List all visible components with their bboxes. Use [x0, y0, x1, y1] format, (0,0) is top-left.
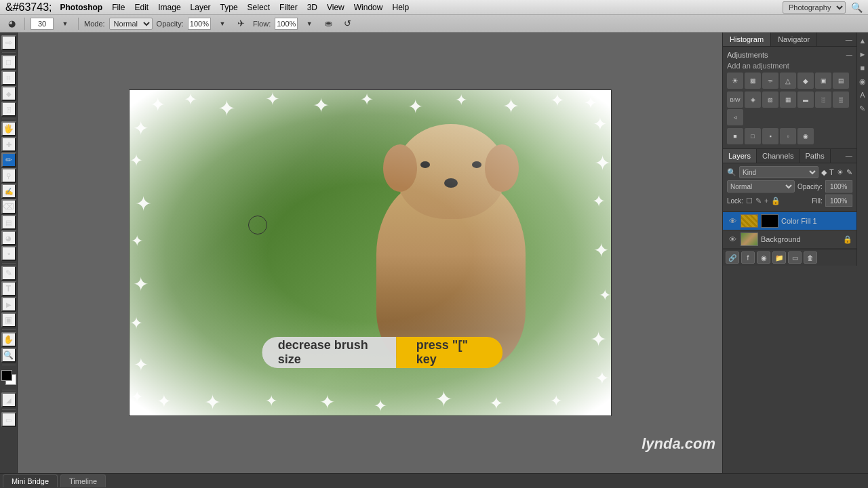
history-brush[interactable]: ✍: [1, 184, 16, 199]
photofilter-adj-icon[interactable]: ◈: [745, 92, 761, 108]
eraser-tool[interactable]: ⌫: [1, 199, 16, 214]
quick-mask-btn[interactable]: ◢: [1, 392, 16, 407]
channelmix-adj-icon[interactable]: ▧: [762, 92, 778, 108]
panel-close-btn[interactable]: —: [842, 33, 856, 46]
menu-3d[interactable]: 3D: [307, 3, 317, 12]
brightness-adj-icon[interactable]: ☀: [727, 73, 743, 89]
panel-side-icon-6[interactable]: ✎: [857, 103, 868, 114]
tab-paths[interactable]: Paths: [800, 149, 831, 163]
dodge-tool[interactable]: ⚬: [1, 246, 16, 261]
search-icon[interactable]: 🔍: [851, 2, 863, 13]
menu-select[interactable]: Select: [248, 3, 270, 12]
lock-all-icon[interactable]: 🔒: [771, 197, 781, 205]
threshold-adj-icon[interactable]: ▒: [833, 92, 849, 108]
opacity-input[interactable]: [188, 18, 211, 30]
opacity-input[interactable]: [825, 180, 852, 192]
menu-photoshop[interactable]: Photoshop: [60, 3, 103, 12]
link-layers-btn[interactable]: 🔗: [726, 251, 739, 264]
marquee-tool[interactable]: □: [1, 55, 16, 70]
kind-select[interactable]: Kind: [739, 166, 818, 178]
canvas-area[interactable]: ✦ ✦ ✦ ✦ ✦ ✦ ✦ ✦ ✦ ✦ ✦ ✦ ✦ ✦ ✦ ✦: [18, 33, 722, 473]
layer-color-fill[interactable]: 👁 Color Fill 1: [723, 212, 856, 230]
brush-tool[interactable]: ✏: [1, 152, 16, 167]
panel-side-icon-2[interactable]: ►: [857, 49, 868, 60]
shape-tool[interactable]: ▣: [1, 312, 16, 327]
gradient-map-adj-icon[interactable]: ◃: [727, 109, 743, 125]
invert-adj-icon[interactable]: ▬: [797, 92, 814, 108]
gradient-tool[interactable]: ▤: [1, 215, 16, 230]
lock-move-icon[interactable]: +: [764, 197, 768, 205]
crop-tool[interactable]: ⍐: [1, 102, 16, 117]
canvas-image[interactable]: ✦ ✦ ✦ ✦ ✦ ✦ ✦ ✦ ✦ ✦ ✦ ✦ ✦ ✦ ✦ ✦: [130, 90, 611, 415]
adj-icon-extra1[interactable]: □: [745, 128, 761, 144]
menu-filter[interactable]: Filter: [279, 3, 298, 12]
tab-mini-bridge[interactable]: Mini Bridge: [3, 474, 58, 487]
screen-mode-btn[interactable]: ▭: [1, 412, 16, 427]
delete-layer-btn[interactable]: 🗑: [804, 251, 817, 264]
vibrance-adj-icon[interactable]: ◆: [797, 73, 814, 89]
layer-bg-eye-icon[interactable]: 👁: [727, 234, 738, 245]
path-tool[interactable]: ▶: [1, 297, 16, 312]
smoothing-btn[interactable]: ⛂: [321, 17, 336, 30]
quick-select-tool[interactable]: ◆: [1, 86, 16, 101]
menu-edit[interactable]: Edit: [135, 3, 149, 12]
flow-arrow[interactable]: ▼: [302, 17, 317, 30]
lock-pixel-icon[interactable]: ✎: [755, 197, 762, 205]
type-tool[interactable]: T: [1, 281, 16, 296]
eyedropper-tool[interactable]: 🖐: [1, 121, 16, 136]
tab-histogram[interactable]: Histogram: [723, 33, 771, 46]
zoom-tool[interactable]: 🔍: [1, 348, 16, 363]
menu-help[interactable]: Help: [392, 3, 409, 12]
clone-tool[interactable]: ⚲: [1, 168, 16, 183]
blur-tool[interactable]: ◕: [1, 230, 16, 245]
adj-icon-extra3[interactable]: ▫: [780, 128, 796, 144]
menu-type[interactable]: Type: [220, 3, 238, 12]
layer-background[interactable]: 👁 Background 🔒: [723, 230, 856, 249]
pen-tool[interactable]: ✎: [1, 266, 16, 281]
panel-side-icon-1[interactable]: ▲: [857, 35, 868, 46]
move-tool[interactable]: ⇨: [1, 35, 16, 50]
menu-image[interactable]: Image: [158, 3, 180, 12]
apple-logo[interactable]: &#63743;: [5, 1, 52, 14]
colorlookup-adj-icon[interactable]: ▦: [780, 92, 796, 108]
new-layer-btn[interactable]: ▭: [788, 251, 802, 264]
tab-timeline[interactable]: Timeline: [60, 474, 106, 487]
lasso-tool[interactable]: ⌗: [1, 70, 16, 85]
exposure-adj-icon[interactable]: △: [780, 73, 796, 89]
add-style-btn[interactable]: f: [741, 251, 755, 264]
brush-tool-btn[interactable]: ◕: [4, 17, 19, 30]
panel-side-icon-4[interactable]: ◉: [857, 76, 868, 87]
airbrush-btn[interactable]: ✈: [234, 17, 249, 30]
new-group-btn[interactable]: 📁: [772, 251, 786, 264]
bw-adj-icon[interactable]: B/W: [727, 92, 743, 108]
tab-navigator[interactable]: Navigator: [771, 33, 817, 46]
menu-view[interactable]: View: [327, 3, 344, 12]
add-mask-btn[interactable]: ◉: [757, 251, 770, 264]
adj-icon-extra2[interactable]: ▪: [762, 128, 778, 144]
adjustments-close-icon[interactable]: —: [846, 52, 852, 58]
colorbalance-adj-icon[interactable]: ▤: [833, 73, 849, 89]
workspace-select[interactable]: Photography: [783, 1, 846, 14]
blend-mode-select[interactable]: Normal Multiply Screen: [727, 180, 795, 192]
layers-panel-close[interactable]: —: [842, 149, 856, 163]
adjustments-header[interactable]: Adjustments —: [727, 51, 852, 59]
menu-layer[interactable]: Layer: [191, 3, 211, 12]
posterize-adj-icon[interactable]: ░: [815, 92, 831, 108]
mode-select[interactable]: Normal Multiply Screen: [109, 18, 153, 30]
levels-adj-icon[interactable]: ▩: [745, 73, 761, 89]
selective-color-adj-icon[interactable]: ■: [727, 128, 743, 144]
foreground-color[interactable]: [1, 370, 12, 381]
angle-btn[interactable]: ↺: [340, 17, 355, 30]
tab-channels[interactable]: Channels: [757, 149, 800, 163]
curves-adj-icon[interactable]: ⤼: [762, 73, 778, 89]
opacity-arrow[interactable]: ▼: [215, 17, 230, 30]
menu-window[interactable]: Window: [354, 3, 383, 12]
layer-eye-icon[interactable]: 👁: [727, 216, 738, 226]
brush-preset-btn[interactable]: ▼: [58, 17, 73, 30]
lock-check-icon[interactable]: ☐: [746, 197, 753, 205]
panel-side-icon-3[interactable]: ■: [857, 62, 868, 73]
adj-icon-extra4[interactable]: ◉: [797, 128, 814, 144]
flow-input[interactable]: [275, 18, 298, 30]
fill-input[interactable]: [825, 195, 852, 207]
hand-tool[interactable]: ✋: [1, 332, 16, 347]
